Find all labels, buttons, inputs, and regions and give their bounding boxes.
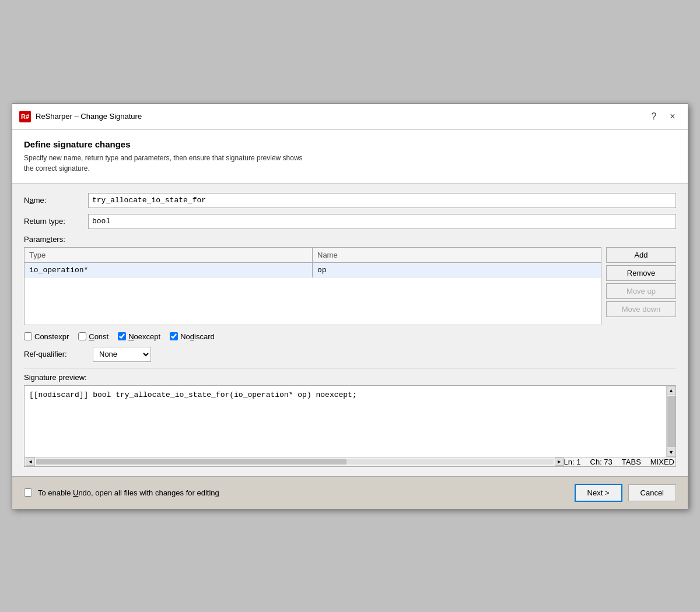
- nodiscard-checkbox-item[interactable]: Nodiscard: [170, 332, 215, 341]
- dialog-window: R# ReSharper – Change Signature ? × Defi…: [12, 103, 688, 509]
- nodiscard-checkbox[interactable]: [170, 332, 178, 340]
- close-button[interactable]: ×: [664, 108, 681, 125]
- ref-qualifier-select[interactable]: None & &&: [93, 347, 151, 362]
- parameters-label: Parameters:: [24, 235, 676, 244]
- scroll-right-arrow[interactable]: ►: [555, 458, 564, 466]
- col-type-header: Type: [24, 248, 313, 262]
- title-bar: R# ReSharper – Change Signature ? ×: [12, 104, 688, 130]
- tabs-status: TABS: [622, 458, 641, 466]
- preview-container: [[nodiscard]] bool try_allocate_io_state…: [24, 385, 676, 467]
- hscroll-thumb[interactable]: [36, 459, 346, 465]
- move-up-button[interactable]: Move up: [606, 283, 676, 299]
- ref-qualifier-label: Ref-qualifier:: [24, 350, 88, 358]
- parameters-area: Type Name io_operation* op Add Remove Mo…: [24, 247, 676, 325]
- undo-checkbox[interactable]: [24, 488, 32, 497]
- content-section: Name: Return type: Parameters: Type Name: [12, 184, 688, 476]
- const-label: Const: [89, 332, 108, 341]
- constexpr-checkbox-item[interactable]: Constexpr: [24, 332, 69, 341]
- ln-status: Ln: 1: [564, 458, 581, 466]
- nodiscard-label: Nodiscard: [180, 332, 215, 341]
- help-button[interactable]: ?: [646, 108, 662, 125]
- scroll-up-arrow[interactable]: ▲: [667, 386, 676, 395]
- scroll-thumb[interactable]: [667, 396, 676, 447]
- name-label: Name:: [24, 196, 88, 205]
- title-bar-controls: ? ×: [646, 108, 681, 125]
- scroll-down-arrow[interactable]: ▼: [667, 448, 676, 457]
- parameters-table: Type Name io_operation* op: [24, 247, 601, 325]
- const-checkbox[interactable]: [78, 332, 86, 340]
- checkboxes-row: Constexpr Const Noexcept Nodiscard: [24, 332, 676, 341]
- preview-horizontal-scrollbar[interactable]: ◄ ► Ln: 1 Ch: 73 TABS MIXED: [24, 457, 676, 466]
- name-input[interactable]: [88, 193, 676, 208]
- param-type-cell: io_operation*: [24, 263, 313, 277]
- move-down-button[interactable]: Move down: [606, 301, 676, 317]
- app-icon: R#: [19, 111, 31, 122]
- footer-section: To enable Undo, open all files with chan…: [12, 476, 688, 509]
- noexcept-checkbox-item[interactable]: Noexcept: [118, 332, 160, 341]
- hscroll-track: [36, 459, 554, 465]
- return-type-label: Return type:: [24, 217, 88, 226]
- scroll-left-arrow[interactable]: ◄: [26, 458, 35, 466]
- add-button[interactable]: Add: [606, 247, 676, 263]
- header-section: Define signature changes Specify new nam…: [12, 130, 688, 184]
- preview-text: [[nodiscard]] bool try_allocate_io_state…: [24, 386, 676, 457]
- dialog-title: ReSharper – Change Signature: [36, 112, 641, 121]
- status-bar: Ln: 1 Ch: 73 TABS MIXED: [564, 458, 674, 466]
- params-empty-area: [24, 278, 601, 325]
- cancel-button[interactable]: Cancel: [628, 484, 676, 501]
- remove-button[interactable]: Remove: [606, 265, 676, 281]
- return-type-field-row: Return type:: [24, 214, 676, 229]
- ch-status: Ch: 73: [590, 458, 612, 466]
- next-button[interactable]: Next >: [575, 484, 622, 502]
- params-table-header: Type Name: [24, 248, 601, 263]
- param-name-cell: op: [313, 263, 601, 277]
- constexpr-label: Constexpr: [34, 332, 69, 341]
- mixed-status: MIXED: [650, 458, 674, 466]
- params-buttons: Add Remove Move up Move down: [606, 247, 676, 325]
- noexcept-checkbox[interactable]: [118, 332, 126, 340]
- noexcept-label: Noexcept: [128, 332, 160, 341]
- constexpr-checkbox[interactable]: [24, 332, 32, 340]
- ref-qualifier-row: Ref-qualifier: None & &&: [24, 347, 676, 362]
- preview-label: Signature preview:: [24, 373, 676, 382]
- const-checkbox-item[interactable]: Const: [78, 332, 108, 341]
- table-row[interactable]: io_operation* op: [24, 263, 601, 278]
- header-title: Define signature changes: [24, 139, 676, 149]
- header-description: Specify new name, return type and parame…: [24, 153, 676, 174]
- preview-vertical-scrollbar[interactable]: ▲ ▼: [666, 386, 676, 457]
- divider: [24, 368, 676, 368]
- return-type-input[interactable]: [88, 214, 676, 229]
- name-field-row: Name:: [24, 193, 676, 208]
- col-name-header: Name: [313, 248, 601, 262]
- undo-label: To enable Undo, open all files with chan…: [38, 488, 569, 497]
